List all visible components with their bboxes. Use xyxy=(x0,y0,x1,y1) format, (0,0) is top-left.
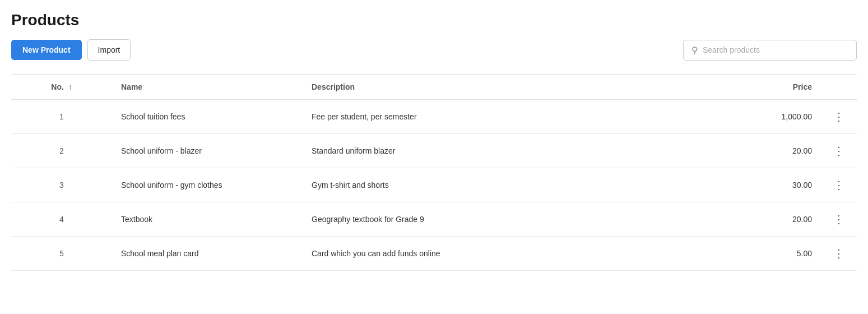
cell-price: 1,000.00 xyxy=(720,100,821,134)
cell-no: 4 xyxy=(11,202,112,237)
row-more-button[interactable]: ⋮ xyxy=(830,247,848,260)
search-box: ⚲ xyxy=(683,40,857,61)
cell-name: Textbook xyxy=(112,202,303,237)
cell-name: School tuition fees xyxy=(112,100,303,134)
cell-name: School uniform - gym clothes xyxy=(112,168,303,202)
row-more-button[interactable]: ⋮ xyxy=(830,110,848,123)
search-icon: ⚲ xyxy=(691,45,698,56)
cell-price: 20.00 xyxy=(720,134,821,168)
new-product-button[interactable]: New Product xyxy=(11,40,82,60)
col-header-description: Description xyxy=(303,75,720,100)
toolbar-left: New Product Import xyxy=(11,39,131,61)
cell-description: Card which you can add funds online xyxy=(303,237,720,271)
cell-actions: ⋮ xyxy=(821,100,857,134)
table-row: 3 School uniform - gym clothes Gym t-shi… xyxy=(11,168,857,202)
col-header-price: Price xyxy=(720,75,821,100)
cell-no: 5 xyxy=(11,237,112,271)
page-title: Products xyxy=(11,11,857,29)
cell-actions: ⋮ xyxy=(821,134,857,168)
cell-description: Geography textbook for Grade 9 xyxy=(303,202,720,237)
cell-actions: ⋮ xyxy=(821,237,857,271)
col-header-actions xyxy=(821,75,857,100)
cell-description: Gym t-shirt and shorts xyxy=(303,168,720,202)
row-more-button[interactable]: ⋮ xyxy=(830,213,848,226)
cell-actions: ⋮ xyxy=(821,202,857,237)
cell-price: 30.00 xyxy=(720,168,821,202)
cell-name: School meal plan card xyxy=(112,237,303,271)
cell-no: 2 xyxy=(11,134,112,168)
cell-name: School uniform - blazer xyxy=(112,134,303,168)
table-row: 5 School meal plan card Card which you c… xyxy=(11,237,857,271)
cell-no: 1 xyxy=(11,100,112,134)
table-header-row: No. ↑ Name Description Price xyxy=(11,75,857,100)
row-more-button[interactable]: ⋮ xyxy=(830,178,848,192)
products-table: No. ↑ Name Description Price 1 School tu… xyxy=(11,74,857,271)
table-row: 2 School uniform - blazer Standard unifo… xyxy=(11,134,857,168)
table-row: 4 Textbook Geography textbook for Grade … xyxy=(11,202,857,237)
row-more-button[interactable]: ⋮ xyxy=(830,144,848,158)
sort-ascending-icon: ↑ xyxy=(68,82,72,91)
table-row: 1 School tuition fees Fee per student, p… xyxy=(11,100,857,134)
toolbar: New Product Import ⚲ xyxy=(11,39,857,61)
cell-price: 5.00 xyxy=(720,237,821,271)
page-container: Products New Product Import ⚲ No. ↑ Name… xyxy=(0,0,868,314)
col-header-no: No. ↑ xyxy=(11,75,112,100)
search-input[interactable] xyxy=(703,45,848,54)
import-button[interactable]: Import xyxy=(87,39,131,61)
cell-no: 3 xyxy=(11,168,112,202)
cell-description: Standard uniform blazer xyxy=(303,134,720,168)
cell-price: 20.00 xyxy=(720,202,821,237)
cell-actions: ⋮ xyxy=(821,168,857,202)
col-header-name: Name xyxy=(112,75,303,100)
cell-description: Fee per student, per semester xyxy=(303,100,720,134)
